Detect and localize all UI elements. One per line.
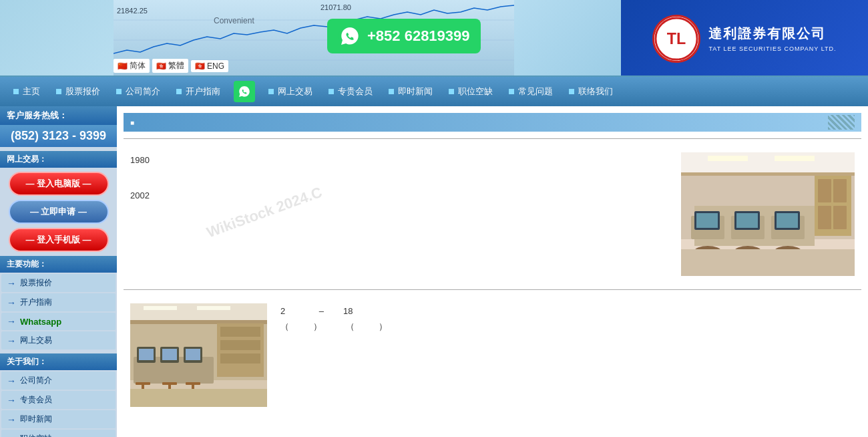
svg-rect-43	[220, 327, 260, 337]
sidebar-link-news[interactable]: → 即时新闻	[1, 410, 116, 428]
arrow-icon-vip: →	[7, 395, 16, 406]
content-area: ■ 1980 2002 WikiStock 2024.C	[117, 106, 868, 437]
dash: –	[319, 306, 324, 316]
online-trading-header: 网上交易：	[0, 151, 117, 168]
header: 21842.25 21071.80 Convenient +852 628193…	[0, 0, 868, 77]
bottom-text-content: 2 – 18 （ ） （ ）	[280, 303, 855, 407]
arrow-icon-stocks: →	[7, 278, 16, 289]
svg-rect-14	[775, 156, 815, 161]
logo-zh: 達利證券有限公司	[708, 25, 836, 43]
nav-item-trading[interactable]: 网上交易	[260, 77, 320, 106]
svg-rect-50	[162, 349, 177, 360]
svg-text:21842.25: 21842.25	[117, 7, 148, 15]
features-header: 主要功能：	[0, 256, 117, 273]
lang-hk-flag[interactable]: 🇭🇰 繁體	[152, 59, 188, 73]
company-office-photo	[681, 152, 855, 276]
nav-item-stocks[interactable]: 股票报价	[48, 77, 108, 106]
whatsapp-icon	[338, 24, 362, 48]
btn-apply[interactable]: — 立即申请 —	[9, 200, 109, 224]
svg-rect-38	[144, 306, 177, 310]
sidebar-link-company[interactable]: → 公司简介	[1, 372, 116, 390]
nav-item-jobs[interactable]: 职位空缺	[441, 77, 501, 106]
service-header: 客户服务热线：	[0, 106, 117, 125]
nav-dot-contact	[569, 89, 574, 94]
sidebar-link-vip[interactable]: → 专贵会员	[1, 391, 116, 409]
svg-rect-20	[696, 213, 718, 228]
logo-text: 達利證券有限公司 TAT LEE SECURITIES COMPANY LTD.	[708, 25, 836, 52]
logo-emblem: TL	[652, 15, 700, 63]
svg-rect-56	[162, 382, 177, 385]
sidebar-link-online[interactable]: → 网上交易	[1, 331, 116, 349]
year-1980: 1980	[130, 152, 668, 168]
nav-dot-vip	[329, 89, 334, 94]
whatsapp-header-btn[interactable]: +852 62819399	[327, 19, 481, 53]
year-2002: 2002	[130, 188, 668, 203]
office-photo-svg	[681, 152, 855, 276]
svg-text:TL: TL	[667, 29, 686, 47]
nav-dot-faq	[509, 89, 514, 94]
svg-rect-32	[818, 179, 831, 202]
divider-middle	[124, 289, 861, 290]
nav-item-company[interactable]: 公司简介	[108, 77, 168, 106]
num1: 2	[280, 306, 285, 316]
sidebar-phone: (852) 3123 - 9399	[0, 125, 117, 147]
nav-dot-news	[389, 89, 394, 94]
whatsapp-nav-icon	[237, 84, 252, 99]
svg-rect-39	[197, 306, 230, 310]
sidebar-link-whatsapp[interactable]: → Whatsapp	[1, 313, 116, 330]
sidebar-link-stocks[interactable]: → 股票报价	[1, 274, 116, 292]
nav-item-contact[interactable]: 联络我们	[561, 77, 621, 106]
arrow-icon-news: →	[7, 414, 16, 425]
svg-rect-53	[136, 382, 150, 385]
arrow-icon-company: →	[7, 376, 16, 386]
old-office-photo	[130, 303, 267, 407]
arrow-icon-jobs: →	[7, 434, 16, 438]
svg-rect-62	[130, 389, 267, 407]
btn-mobile-login[interactable]: — 登入手机版 —	[9, 228, 109, 252]
paren1-open: （	[280, 321, 289, 331]
svg-rect-16	[681, 172, 855, 176]
about-header: 关于我们：	[0, 353, 117, 370]
header-bar-dot: ■	[130, 119, 134, 126]
nav-dot-account	[176, 89, 182, 94]
svg-rect-12	[681, 152, 855, 172]
svg-text:21071.80: 21071.80	[320, 3, 351, 11]
nav-dot-jobs	[449, 89, 454, 94]
sidebar-link-account[interactable]: → 开户指南	[1, 293, 116, 311]
svg-rect-33	[833, 179, 847, 202]
nav-dot-trading	[268, 89, 274, 94]
simplified-label: 简体	[130, 60, 146, 71]
nav-dot-company	[116, 89, 122, 94]
corner-decor	[828, 115, 855, 130]
svg-rect-44	[220, 340, 260, 350]
arrow-icon-account: →	[7, 297, 16, 308]
divider-top	[124, 138, 861, 139]
whatsapp-phone: +852 62819399	[367, 27, 470, 45]
logo-en: TAT LEE SECURITIES COMPANY LTD.	[708, 45, 836, 52]
nav-item-vip[interactable]: 专贵会员	[320, 77, 381, 106]
old-office-svg	[130, 303, 267, 407]
nav-item-faq[interactable]: 常见问题	[501, 77, 561, 106]
nav-item-account[interactable]: 开户指南	[168, 77, 228, 106]
paren2-close: ）	[379, 321, 387, 331]
nav-dot-home	[13, 89, 19, 94]
nav-item-home[interactable]: 主页	[5, 77, 48, 106]
en-flag-icon: 🇭🇰	[195, 61, 205, 71]
btn-pc-login[interactable]: — 登入电脑版 —	[9, 172, 109, 196]
content-header-bar: ■	[124, 113, 861, 132]
svg-rect-23	[736, 213, 758, 228]
num2: 18	[343, 306, 353, 316]
svg-rect-13	[708, 156, 748, 161]
lang-en-flag[interactable]: 🇭🇰 ENG	[191, 60, 228, 72]
language-bar: 🇨🇳 简体 🇭🇰 繁體 🇭🇰 ENG	[114, 59, 228, 73]
sidebar-link-jobs[interactable]: → 职位空缺	[1, 430, 116, 437]
nav-item-news[interactable]: 即时新闻	[381, 77, 441, 106]
arrow-icon-online: →	[7, 335, 16, 346]
bottom-section: 2 – 18 （ ） （ ）	[124, 297, 861, 414]
hk-flag-icon: 🇭🇰	[156, 61, 166, 71]
nav-item-whatsapp[interactable]	[228, 77, 260, 106]
company-text: 1980 2002 WikiStock 2024.C	[130, 152, 668, 276]
svg-rect-30	[681, 249, 855, 276]
lang-cn-flag[interactable]: 🇨🇳 简体	[114, 59, 150, 73]
svg-text:Convenient: Convenient	[214, 16, 254, 25]
